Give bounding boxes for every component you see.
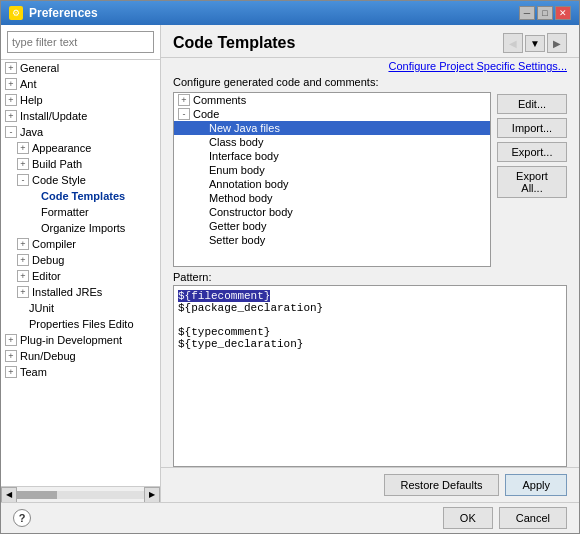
sidebar-item-code-style[interactable]: - Code Style (1, 172, 160, 188)
expand-icon[interactable]: + (5, 366, 17, 378)
sidebar-item-label: Team (20, 366, 47, 378)
template-node-method-body[interactable]: Method body (174, 191, 490, 205)
expand-icon[interactable]: - (178, 108, 190, 120)
footer-ok-cancel: OK Cancel (443, 507, 567, 529)
template-node-new-java-files[interactable]: New Java files (174, 121, 490, 135)
sidebar-item-label: Installed JREs (32, 286, 102, 298)
pattern-line-5: ${type_declaration} (178, 338, 303, 350)
expand-icon[interactable]: + (17, 158, 29, 170)
maximize-button[interactable]: □ (537, 6, 553, 20)
sidebar-item-label: Code Templates (41, 190, 125, 202)
sidebar-item-general[interactable]: + General (1, 60, 160, 76)
template-node-class-body[interactable]: Class body (174, 135, 490, 149)
expand-icon[interactable]: + (178, 94, 190, 106)
pattern-section: Pattern: ${filecomment} ${package_declar… (161, 267, 579, 467)
window-icon: ⚙ (9, 6, 23, 20)
import-button[interactable]: Import... (497, 118, 567, 138)
filter-box (1, 25, 160, 60)
template-label: Enum body (209, 164, 265, 176)
template-node-interface-body[interactable]: Interface body (174, 149, 490, 163)
template-label: Class body (209, 136, 263, 148)
expand-icon[interactable]: + (17, 142, 29, 154)
scroll-right-arrow[interactable]: ▶ (144, 487, 160, 503)
expand-icon[interactable]: + (17, 238, 29, 250)
scroll-thumb[interactable] (17, 491, 57, 499)
sidebar-item-appearance[interactable]: + Appearance (1, 140, 160, 156)
expand-icon[interactable]: + (5, 78, 17, 90)
expand-icon[interactable]: + (5, 350, 17, 362)
template-node-getter-body[interactable]: Getter body (174, 219, 490, 233)
tree-area: + General + Ant + Help + Install/Update (1, 60, 160, 486)
template-tree[interactable]: + Comments - Code New Java files (173, 92, 491, 267)
title-bar-buttons: ─ □ ✕ (519, 6, 571, 20)
sidebar-item-organize-imports[interactable]: Organize Imports (1, 220, 160, 236)
sidebar-item-installed-jres[interactable]: + Installed JREs (1, 284, 160, 300)
expand-icon[interactable]: + (5, 334, 17, 346)
expand-icon[interactable]: + (17, 286, 29, 298)
back-dropdown-button[interactable]: ▼ (525, 35, 545, 52)
scroll-left-arrow[interactable]: ◀ (1, 487, 17, 503)
sidebar-item-label: Java (20, 126, 43, 138)
filter-input[interactable] (7, 31, 154, 53)
expand-icon[interactable]: + (5, 110, 17, 122)
back-button[interactable]: ◀ (503, 33, 523, 53)
sidebar-item-plugin-development[interactable]: + Plug-in Development (1, 332, 160, 348)
sidebar-item-label: Plug-in Development (20, 334, 122, 346)
sidebar-item-label: Ant (20, 78, 37, 90)
sidebar-item-editor[interactable]: + Editor (1, 268, 160, 284)
expand-icon[interactable]: + (17, 254, 29, 266)
pattern-editor[interactable]: ${filecomment} ${package_declaration} ${… (173, 285, 567, 467)
sidebar-item-code-templates[interactable]: Code Templates (1, 188, 160, 204)
template-label: Code (193, 108, 219, 120)
template-label: Method body (209, 192, 273, 204)
apply-button[interactable]: Apply (505, 474, 567, 496)
sidebar-item-java[interactable]: - Java (1, 124, 160, 140)
cancel-button[interactable]: Cancel (499, 507, 567, 529)
close-button[interactable]: ✕ (555, 6, 571, 20)
pattern-line-4: ${typecomment} (178, 326, 270, 338)
sidebar-item-label: Appearance (32, 142, 91, 154)
sidebar-item-team[interactable]: + Team (1, 364, 160, 380)
sidebar-item-run-debug[interactable]: + Run/Debug (1, 348, 160, 364)
sidebar-item-label: Organize Imports (41, 222, 125, 234)
configure-link[interactable]: Configure Project Specific Settings... (388, 60, 567, 72)
template-node-enum-body[interactable]: Enum body (174, 163, 490, 177)
horizontal-scrollbar[interactable]: ◀ ▶ (1, 486, 160, 502)
sidebar-item-install-update[interactable]: + Install/Update (1, 108, 160, 124)
sidebar-item-junit[interactable]: JUnit (1, 300, 160, 316)
template-label: Interface body (209, 150, 279, 162)
sidebar-item-help[interactable]: + Help (1, 92, 160, 108)
minimize-button[interactable]: ─ (519, 6, 535, 20)
footer-bar: ? OK Cancel (1, 502, 579, 533)
sidebar-item-ant[interactable]: + Ant (1, 76, 160, 92)
restore-defaults-button[interactable]: Restore Defaults (384, 474, 500, 496)
edit-button[interactable]: Edit... (497, 94, 567, 114)
template-node-comments[interactable]: + Comments (174, 93, 490, 107)
help-button[interactable]: ? (13, 509, 31, 527)
left-panel: + General + Ant + Help + Install/Update (1, 25, 161, 502)
expand-icon[interactable]: - (17, 174, 29, 186)
template-node-code[interactable]: - Code (174, 107, 490, 121)
sidebar-item-properties-files[interactable]: Properties Files Edito (1, 316, 160, 332)
scroll-track[interactable] (17, 491, 144, 499)
sidebar-item-debug[interactable]: + Debug (1, 252, 160, 268)
right-panel: Code Templates ◀ ▼ ▶ Configure Project S… (161, 25, 579, 502)
panel-header: Code Templates ◀ ▼ ▶ (161, 25, 579, 58)
expand-icon[interactable]: + (5, 62, 17, 74)
export-button[interactable]: Export... (497, 142, 567, 162)
sidebar-item-label: JUnit (29, 302, 54, 314)
template-node-constructor-body[interactable]: Constructor body (174, 205, 490, 219)
export-all-button[interactable]: Export All... (497, 166, 567, 198)
sidebar-item-compiler[interactable]: + Compiler (1, 236, 160, 252)
ok-button[interactable]: OK (443, 507, 493, 529)
sidebar-item-formatter[interactable]: Formatter (1, 204, 160, 220)
forward-button[interactable]: ▶ (547, 33, 567, 53)
expand-icon[interactable]: + (5, 94, 17, 106)
template-node-setter-body[interactable]: Setter body (174, 233, 490, 247)
template-node-annotation-body[interactable]: Annotation body (174, 177, 490, 191)
expand-icon[interactable]: + (17, 270, 29, 282)
sidebar-item-build-path[interactable]: + Build Path (1, 156, 160, 172)
title-bar: ⚙ Preferences ─ □ ✕ (1, 1, 579, 25)
preferences-window: ⚙ Preferences ─ □ ✕ + General + (0, 0, 580, 534)
expand-icon[interactable]: - (5, 126, 17, 138)
